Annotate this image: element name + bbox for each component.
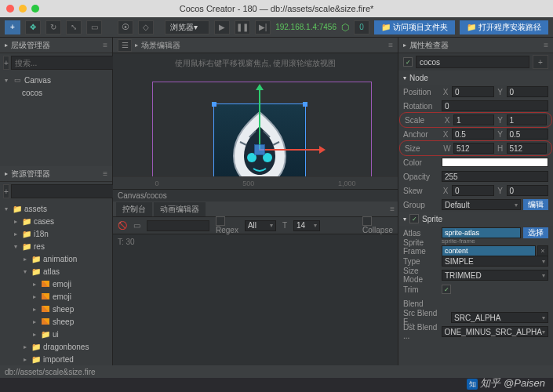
console-fontsize-select[interactable]: 14: [293, 220, 320, 231]
play-button[interactable]: ▶: [214, 20, 230, 34]
hierarchy-search-input[interactable]: [11, 56, 118, 70]
open-app-path-button[interactable]: 📁 打开程序安装路径: [460, 20, 548, 34]
skew-x-input[interactable]: 0: [452, 185, 494, 196]
size-w-input[interactable]: 512: [453, 143, 494, 154]
console-output: T: 30: [113, 234, 398, 376]
panel-menu-icon[interactable]: ≡: [390, 205, 395, 213]
group-select[interactable]: Default: [442, 199, 521, 210]
rect-tool-button[interactable]: ▭: [86, 20, 102, 34]
assets-add-button[interactable]: +: [3, 184, 9, 198]
position-y-input[interactable]: 0: [507, 86, 549, 97]
tab-animation[interactable]: 动画编辑器: [154, 202, 206, 216]
watermark: 知知乎 @Paisen: [467, 376, 545, 390]
window-titlebar: Cocos Creator - 180 — db://assets/scale&…: [0, 0, 553, 17]
sprite-type-select[interactable]: SIMPLE: [442, 256, 548, 267]
color-picker[interactable]: [442, 158, 548, 167]
opacity-input[interactable]: 255: [442, 171, 548, 182]
move-tool-button[interactable]: ✥: [25, 20, 41, 34]
sprite-section-header[interactable]: ▾✓Sprite: [398, 212, 553, 226]
gizmo-x-axis[interactable]: [259, 149, 320, 151]
size-mode-select[interactable]: TRIMMED: [442, 270, 548, 281]
asset-item[interactable]: sheep: [3, 315, 109, 328]
console-level-select[interactable]: All: [245, 220, 276, 231]
pivot-toggle-button[interactable]: ⦿: [118, 20, 133, 34]
bottom-panel-tabs: 控制台 动画编辑器 ≡: [113, 201, 398, 217]
size-h-input[interactable]: 512: [507, 143, 548, 154]
scale-y-input[interactable]: 1: [507, 114, 548, 125]
src-blend-select[interactable]: SRC_ALPHA: [451, 312, 548, 323]
scene-breadcrumb[interactable]: Canvas/cocos: [113, 189, 398, 201]
asset-item[interactable]: sheep: [3, 303, 109, 315]
open-project-folder-button[interactable]: 📁 访问项目文件夹: [374, 20, 455, 34]
asset-folder[interactable]: 📁cases: [3, 215, 109, 227]
scene-ruler: 05001,000: [113, 176, 398, 189]
asset-folder[interactable]: 📁i18n: [3, 227, 109, 240]
asset-item[interactable]: emoji: [3, 278, 109, 290]
panel-menu-icon[interactable]: ≡: [103, 169, 107, 178]
hierarchy-node-canvas[interactable]: Canvas: [3, 74, 109, 86]
asset-folder[interactable]: 📁imported: [3, 353, 109, 365]
console-open-button[interactable]: ▭: [133, 221, 140, 230]
rotation-input[interactable]: 0: [442, 100, 548, 111]
pause-button[interactable]: ❚❚: [235, 20, 250, 34]
trim-checkbox[interactable]: ✓: [442, 285, 451, 294]
group-edit-button[interactable]: 编辑: [523, 199, 548, 210]
zoom-window-button[interactable]: [31, 5, 39, 13]
add-component-button[interactable]: +: [533, 55, 548, 69]
asset-folder[interactable]: 📁assets: [3, 202, 109, 215]
inspector-panel-header: ▸属性检查器 ≡: [398, 38, 553, 53]
local-toggle-button[interactable]: ◇: [138, 20, 154, 34]
asset-folder[interactable]: 📁animation: [3, 252, 109, 265]
gizmo-center[interactable]: [254, 144, 265, 155]
asset-folder[interactable]: 📁ui: [3, 328, 109, 340]
console-toolbar: 🚫 ▭ Regex All T 14 Collapse: [113, 217, 398, 234]
assets-search-input[interactable]: [11, 184, 118, 198]
anchor-x-input[interactable]: 0.5: [452, 129, 494, 140]
asset-item[interactable]: emoji: [3, 290, 109, 303]
hierarchy-add-button[interactable]: +: [3, 56, 9, 70]
console-filter-input[interactable]: [147, 220, 209, 231]
scale-x-input[interactable]: 1: [453, 114, 494, 125]
asset-folder[interactable]: 📁dragonbones: [3, 340, 109, 353]
console-collapse-checkbox[interactable]: Collapse: [362, 216, 393, 234]
window-title: Cocos Creator - 180 — db://assets/scale&…: [0, 4, 553, 13]
console-regex-checkbox[interactable]: Regex: [216, 216, 238, 234]
node-name-field[interactable]: cocos: [416, 56, 529, 68]
font-size-icon: T: [282, 221, 287, 230]
wifi-icon: ⬡: [341, 22, 349, 33]
atlas-select-button[interactable]: 选择: [523, 227, 548, 238]
skew-y-input[interactable]: 0: [507, 185, 549, 196]
anchor-y-input[interactable]: 0.5: [507, 129, 549, 140]
node-section-header[interactable]: ▾Node: [398, 71, 553, 85]
console-clear-button[interactable]: 🚫: [118, 221, 127, 230]
panel-menu-icon[interactable]: ≡: [544, 41, 548, 49]
console-line: T: 30: [118, 238, 393, 246]
scene-panel-header: ☰ ▸ 场景编辑器 ≡: [113, 38, 398, 53]
close-window-button[interactable]: [6, 5, 14, 13]
asset-folder[interactable]: 📁res: [3, 240, 109, 252]
hierarchy-node-cocos[interactable]: cocos: [3, 86, 109, 99]
atlas-field[interactable]: sprite-atlas: [442, 227, 521, 238]
scene-hint-text: 使用鼠标右键平移视窗焦点, 使用滚轮缩放视图: [175, 58, 337, 69]
scale-tool-button[interactable]: ⤡: [66, 20, 82, 34]
assets-panel-header: ▸资源管理器 ≡: [0, 166, 112, 182]
scene-viewport[interactable]: 使用鼠标右键平移视窗焦点, 使用滚轮缩放视图 05001,000: [113, 53, 398, 189]
position-x-input[interactable]: 0: [452, 86, 494, 97]
scene-tool-1[interactable]: ☰: [118, 39, 132, 52]
platform-select[interactable]: 浏览器 ▾: [165, 20, 209, 34]
minimize-window-button[interactable]: [19, 5, 27, 13]
node-active-checkbox[interactable]: ✓: [403, 57, 413, 67]
hierarchy-panel-header: ▸层级管理器 ≡: [0, 38, 112, 53]
step-button[interactable]: ▶|: [255, 20, 271, 34]
asset-folder[interactable]: 📁atlas: [3, 265, 109, 278]
panel-menu-icon[interactable]: ≡: [103, 41, 107, 49]
rotate-tool-button[interactable]: ↻: [45, 20, 61, 34]
panel-menu-icon[interactable]: ≡: [388, 41, 393, 49]
dst-blend-select[interactable]: ONE_MINUS_SRC_ALPHA: [442, 326, 548, 337]
preview-address: 192.168.1.4:7456: [275, 23, 337, 31]
tab-console[interactable]: 控制台: [116, 202, 152, 216]
main-toolbar: + ✥ ↻ ⤡ ▭ ⦿ ◇ 浏览器 ▾ ▶ ❚❚ ▶| 192.168.1.4:…: [0, 17, 553, 38]
device-count: 0: [354, 20, 369, 34]
gizmo-y-axis[interactable]: [259, 89, 260, 151]
add-button[interactable]: +: [5, 20, 20, 34]
